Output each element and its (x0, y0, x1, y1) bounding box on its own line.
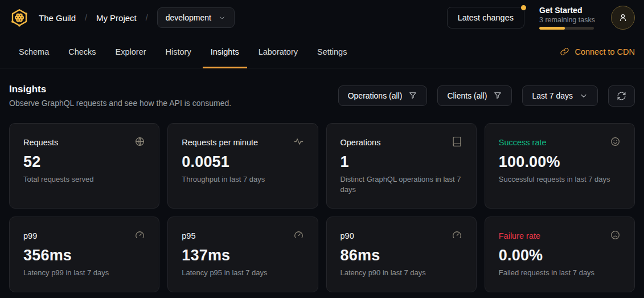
main-content: Insights Observe GraphQL requests and se… (0, 68, 644, 292)
tab-settings[interactable]: Settings (309, 35, 355, 68)
card-title: Requests per minute (182, 136, 258, 147)
tab-label: Insights (211, 47, 239, 56)
gauge-icon (293, 230, 304, 240)
breadcrumb-org[interactable]: The Guild (39, 13, 76, 23)
card-title: p99 (23, 230, 37, 240)
get-started-subtitle: 3 remaining tasks (539, 16, 596, 24)
filter-toolbar: Operations (all) Clients (all) Last 7 da… (338, 85, 635, 107)
target-select-value: development (166, 13, 211, 22)
refresh-button[interactable] (608, 85, 635, 107)
latest-changes-button[interactable]: Latest changes (447, 7, 524, 28)
chevron-down-icon (218, 14, 226, 22)
page-title: Insights (9, 84, 231, 95)
card-subtitle: Failed requests in last 7 days (499, 268, 621, 278)
clients-filter-label: Clients (all) (447, 91, 487, 100)
card-header: p90 (341, 230, 462, 240)
tab-label: Schema (19, 47, 49, 56)
stat-card-p95: p95137msLatency p95 in last 7 days (167, 217, 318, 292)
tab-label: Settings (317, 47, 347, 56)
app-root: The Guild / My Project / development Lat… (0, 0, 644, 292)
tab-label: Explorer (116, 47, 146, 56)
page-subtitle: Observe GraphQL requests and see how the… (9, 99, 231, 108)
gauge-icon (134, 230, 145, 240)
page-header: Insights Observe GraphQL requests and se… (9, 84, 635, 108)
card-value: 356ms (23, 247, 145, 264)
card-header: p99 (23, 230, 145, 240)
card-subtitle: Latency p90 in last 7 days (341, 268, 462, 278)
link-icon (560, 47, 569, 56)
card-value: 1 (341, 153, 462, 171)
operations-filter-label: Operations (all) (348, 91, 403, 100)
tab-insights[interactable]: Insights (203, 35, 247, 68)
card-subtitle: Latency p99 in last 7 days (23, 268, 145, 278)
stat-card-requests: Requests52Total requests served (9, 123, 159, 209)
card-header: Success rate (499, 136, 621, 147)
stat-card-failure-rate: Failure rate0.00%Failed requests in last… (485, 217, 635, 292)
tab-explorer[interactable]: Explorer (108, 35, 154, 68)
card-title: Requests (23, 136, 58, 147)
breadcrumb-project[interactable]: My Project (96, 13, 137, 23)
card-subtitle: Total requests served (23, 174, 145, 185)
connect-cdn-label: Connect to CDN (575, 47, 635, 56)
card-subtitle: Latency p95 in last 7 days (182, 268, 303, 278)
card-header: p95 (182, 230, 303, 240)
chevron-down-icon (579, 91, 588, 100)
get-started-progress-bar (539, 27, 594, 30)
globe-icon (134, 136, 145, 147)
card-value: 100.00% (499, 153, 621, 171)
tab-history[interactable]: History (158, 35, 199, 68)
stat-card-p90: p9086msLatency p90 in last 7 days (326, 217, 477, 292)
card-title: Operations (341, 136, 381, 147)
get-started-progress-fill (539, 27, 565, 30)
tab-list: SchemaChecksExplorerHistoryInsightsLabor… (9, 35, 356, 68)
breadcrumb: The Guild / My Project / development (9, 7, 235, 28)
stat-card-success-rate: Success rate100.00%Successful requests i… (485, 123, 635, 209)
card-title: Failure rate (499, 230, 540, 240)
stat-card-operations: Operations1Distinct GraphQL operations i… (326, 123, 477, 209)
smile-icon (610, 136, 621, 147)
filter-icon (408, 91, 417, 100)
book-icon (452, 136, 462, 147)
hive-logo-icon[interactable] (9, 7, 30, 28)
card-header: Failure rate (499, 230, 621, 240)
stat-card-requests-per-minute: Requests per minute0.0051Throughput in l… (167, 123, 318, 209)
get-started-title: Get Started (539, 6, 596, 15)
card-value: 52 (23, 153, 145, 171)
stat-cards-grid: Requests52Total requests servedRequests … (9, 123, 635, 292)
card-subtitle: Successful requests in last 7 days (499, 174, 621, 185)
notification-dot (521, 5, 526, 10)
gauge-icon (452, 230, 462, 240)
page-title-block: Insights Observe GraphQL requests and se… (9, 84, 231, 108)
header: The Guild / My Project / development Lat… (0, 0, 644, 35)
card-value: 137ms (182, 247, 303, 264)
latest-changes-label: Latest changes (458, 13, 514, 22)
period-select-label: Last 7 days (532, 91, 573, 100)
period-select[interactable]: Last 7 days (522, 85, 598, 106)
connect-cdn-link[interactable]: Connect to CDN (560, 35, 635, 68)
tab-schema[interactable]: Schema (11, 35, 57, 68)
filter-icon (493, 91, 502, 100)
avatar[interactable] (611, 6, 635, 30)
card-subtitle: Distinct GraphQL operations in last 7 da… (341, 174, 462, 194)
card-title: p95 (182, 230, 195, 240)
stat-card-p99: p99356msLatency p99 in last 7 days (9, 217, 159, 292)
operations-filter-button[interactable]: Operations (all) (338, 85, 428, 106)
tab-label: Checks (68, 47, 96, 56)
card-value: 86ms (341, 247, 462, 264)
tab-bar: SchemaChecksExplorerHistoryInsightsLabor… (0, 35, 644, 68)
header-actions: Latest changes Get Started 3 remaining t… (447, 6, 635, 30)
tab-label: History (166, 47, 191, 56)
card-value: 0.00% (499, 247, 621, 264)
breadcrumb-separator: / (85, 13, 87, 22)
target-select[interactable]: development (157, 7, 235, 28)
card-value: 0.0051 (182, 153, 303, 171)
tab-checks[interactable]: Checks (60, 35, 104, 68)
frown-icon (610, 230, 621, 240)
card-title: p90 (341, 230, 354, 240)
tab-laboratory[interactable]: Laboratory (251, 35, 306, 68)
get-started-widget[interactable]: Get Started 3 remaining tasks (539, 6, 596, 30)
card-title: Success rate (499, 136, 547, 147)
breadcrumb-separator: / (146, 13, 148, 22)
tab-label: Laboratory (259, 47, 298, 56)
clients-filter-button[interactable]: Clients (all) (437, 85, 512, 106)
